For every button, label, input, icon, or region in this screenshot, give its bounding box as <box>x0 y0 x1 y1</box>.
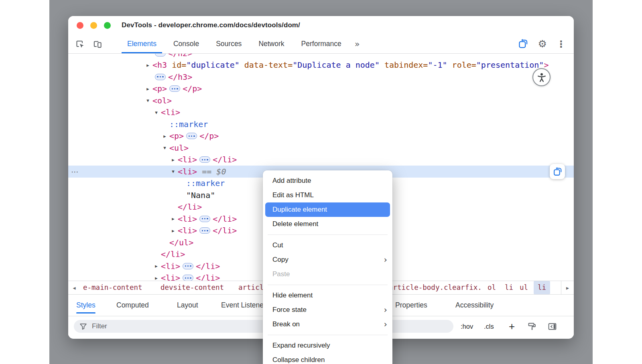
code-text: "Nana" <box>186 190 215 200</box>
close-window-button[interactable] <box>77 22 83 29</box>
expand-arrow-icon[interactable]: ▸ <box>170 216 177 222</box>
sidebar-tab-properties[interactable]: Properties <box>395 295 427 316</box>
more-panels-icon[interactable]: » <box>355 39 360 49</box>
dom-tree-row[interactable]: </h3> <box>68 71 574 83</box>
minimize-window-button[interactable] <box>90 22 97 29</box>
menu-item-add-attribute[interactable]: Add attribute <box>263 174 392 188</box>
collapsed-content-icon[interactable] <box>199 156 210 163</box>
breadcrumb-item-ol[interactable]: ol <box>488 281 496 294</box>
menu-item-hide-element[interactable]: Hide element <box>263 288 392 303</box>
code-attr: role= <box>447 60 476 70</box>
dom-tree-row[interactable]: ▸<li></li> <box>68 154 574 166</box>
device-toolbar-icon[interactable] <box>92 39 103 49</box>
breadcrumb-item-devsite-content[interactable]: devsite-content <box>160 281 224 294</box>
tab-performance[interactable]: Performance <box>293 34 350 53</box>
menu-item-collapse-children[interactable]: Collapse children <box>263 353 392 364</box>
collapsed-content-icon[interactable] <box>186 133 197 139</box>
sidebar-tab-layout[interactable]: Layout <box>177 295 198 316</box>
toggle-element-state-button[interactable]: :hov <box>461 316 473 336</box>
code-attr: id= <box>167 60 186 70</box>
code-tag: <ol> <box>152 96 172 105</box>
collapsed-content-icon[interactable] <box>199 227 210 234</box>
expand-arrow-icon[interactable]: ▸ <box>161 133 168 139</box>
menu-separator <box>268 235 388 235</box>
zoom-window-button[interactable] <box>104 22 111 29</box>
submenu-chevron-icon: › <box>384 256 387 264</box>
toggle-sidebar-icon[interactable] <box>547 316 557 336</box>
menu-item-edit-as-html[interactable]: Edit as HTML <box>263 188 392 202</box>
element-classes-button[interactable]: .cls <box>484 316 494 336</box>
expand-arrow-icon[interactable]: ▸ <box>144 86 151 92</box>
collapse-arrow-icon[interactable]: ▾ <box>161 145 168 151</box>
code-tag: <li> <box>178 167 197 176</box>
sidebar-tab-computed[interactable]: Computed <box>116 295 149 316</box>
dom-tree-row[interactable]: ▸<h3 id="duplicate" data-text="Duplicate… <box>68 59 574 71</box>
row-overflow-icon[interactable]: ⋯ <box>71 166 79 178</box>
menu-item-expand-recursively[interactable]: Expand recursively <box>263 338 392 353</box>
collapsed-content-icon[interactable] <box>169 85 180 92</box>
menu-item-break-on[interactable]: Break on› <box>263 317 392 332</box>
breadcrumb-item-li[interactable]: li <box>534 281 550 294</box>
breadcrumb-item-ul[interactable]: ul <box>520 281 528 294</box>
collapsed-content-icon[interactable] <box>183 263 193 269</box>
sidebar-tab-event-listeners[interactable]: Event Listeners <box>221 295 270 316</box>
expand-arrow-icon[interactable]: ▸ <box>170 157 177 163</box>
expand-arrow-icon[interactable]: ▸ <box>144 62 151 68</box>
kebab-menu-icon[interactable]: ⋮ <box>557 39 566 49</box>
menu-item-label: Hide element <box>272 291 313 299</box>
collapsed-content-icon[interactable] <box>183 275 193 281</box>
breadcrumb-item-li[interactable]: li <box>505 281 513 294</box>
code-tag: <li> <box>161 107 180 117</box>
tab-elements[interactable]: Elements <box>119 34 165 53</box>
code-value: "Duplicate a node" <box>293 60 380 70</box>
breadcrumb-item-e-main-content[interactable]: e-main-content <box>83 281 142 294</box>
menu-separator <box>268 335 388 335</box>
menu-item-cut[interactable]: Cut <box>263 238 392 253</box>
dom-tree-row[interactable]: ▾<ol> <box>68 95 574 107</box>
dom-tree-row[interactable]: </h2> <box>68 54 574 59</box>
code-tag: </li> <box>161 249 185 259</box>
sidebar-tab-styles[interactable]: Styles <box>76 295 95 316</box>
code-value: "duplicate" <box>186 60 239 70</box>
dom-tree-row[interactable]: ▾<ul> <box>68 142 574 154</box>
expand-arrow-icon[interactable]: ▸ <box>153 263 160 269</box>
code-tag: </p> <box>183 84 202 93</box>
context-menu: Add attributeEdit as HTMLDuplicate eleme… <box>263 170 392 364</box>
code-pseudo: ::marker <box>169 119 208 129</box>
collapsed-content-icon[interactable] <box>155 74 166 80</box>
menu-item-copy[interactable]: Copy› <box>263 253 392 267</box>
tab-console[interactable]: Console <box>165 34 207 53</box>
sidebar-tab-accessibility[interactable]: Accessibility <box>455 295 494 316</box>
submenu-chevron-icon: › <box>384 320 387 329</box>
dom-tree-row[interactable]: ▾<li> <box>68 107 574 119</box>
collapsed-content-icon[interactable] <box>199 216 210 222</box>
duplicate-indicator-icon[interactable] <box>550 164 565 179</box>
dom-tree-row[interactable]: ▸<p></p> <box>68 130 574 142</box>
menu-separator <box>268 285 388 285</box>
collapse-arrow-icon[interactable]: ▾ <box>170 168 177 174</box>
inspect-element-icon[interactable] <box>75 39 85 49</box>
expand-arrow-icon[interactable]: ▸ <box>170 228 177 234</box>
breadcrumb-item-article-body-clearfix[interactable]: article-body.clearfix. <box>389 281 482 294</box>
new-style-rule-button[interactable]: + <box>509 316 515 336</box>
collapsed-content-icon[interactable] <box>155 54 166 57</box>
expand-arrow-icon[interactable]: ▸ <box>153 275 160 281</box>
dom-tree-row[interactable]: ::marker <box>68 118 574 130</box>
menu-item-force-state[interactable]: Force state› <box>263 303 392 317</box>
menu-item-delete-element[interactable]: Delete element <box>263 217 392 231</box>
dom-tree-row[interactable]: ▸<p></p> <box>68 83 574 95</box>
highlight-badge-icon[interactable] <box>518 38 528 49</box>
code-tag: <p> <box>152 84 167 93</box>
rendering-emulations-icon[interactable] <box>527 316 537 336</box>
window-title: DevTools - developer.chrome.com/docs/dev… <box>122 21 300 29</box>
code-value: "presentation" <box>476 60 544 70</box>
settings-gear-icon[interactable]: ⚙ <box>538 38 547 50</box>
menu-item-duplicate-element[interactable]: Duplicate element <box>265 202 390 217</box>
code-tag: </h3> <box>168 72 192 82</box>
breadcrumb-scroll-right-icon[interactable]: ▸ <box>561 281 574 294</box>
tab-network[interactable]: Network <box>250 34 293 53</box>
tab-sources[interactable]: Sources <box>207 34 250 53</box>
collapse-arrow-icon[interactable]: ▾ <box>153 109 160 115</box>
collapse-arrow-icon[interactable]: ▾ <box>144 97 151 103</box>
menu-item-label: Break on <box>272 320 300 328</box>
